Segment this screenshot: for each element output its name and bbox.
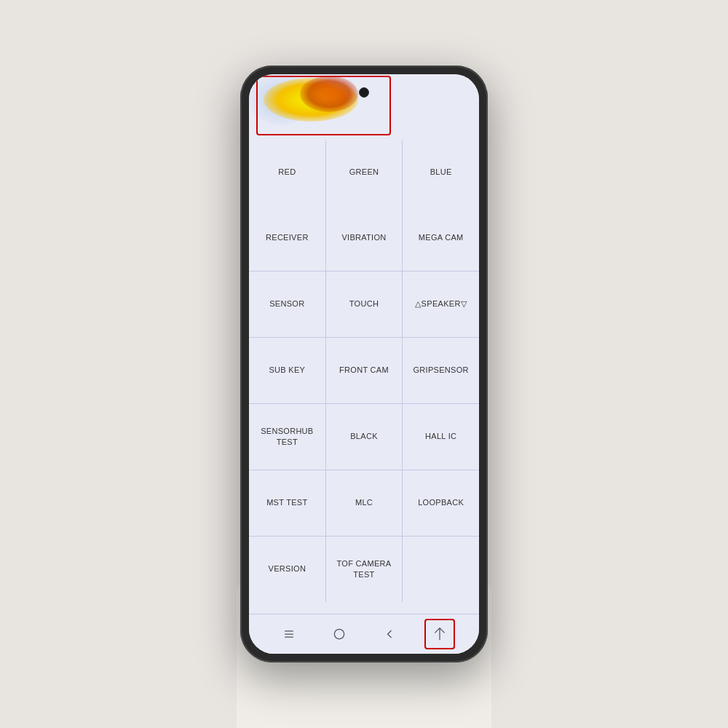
grid-cell-4[interactable]: TOUCH (326, 272, 403, 337)
scene: RED GREEN BLUE RECEIVERVIBRATIONMEGA CAM… (0, 0, 728, 728)
top-row: RED GREEN BLUE (249, 140, 479, 205)
grid-cell-label-16: TOF CAMERA TEST (330, 558, 399, 581)
cell-red-label: RED (278, 167, 296, 178)
grid-cell-label-4: TOUCH (349, 298, 379, 309)
nav-bar (249, 614, 479, 654)
grid-cell-label-5: △SPEAKER▽ (415, 298, 467, 309)
grid-cell-label-6: SUB KEY (269, 365, 305, 376)
grid-cell-17 (403, 537, 479, 602)
grid-cell-9[interactable]: SENSORHUB TEST (249, 404, 325, 470)
cell-blue-label: BLUE (430, 167, 452, 178)
grid-cell-6[interactable]: SUB KEY (249, 338, 325, 403)
grid-cell-label-10: BLACK (350, 431, 378, 442)
grid-cell-label-11: HALL IC (425, 431, 456, 442)
grid-cell-label-2: MEGA CAM (419, 232, 464, 243)
camera-hole (359, 87, 369, 98)
grid-cell-3[interactable]: SENSOR (249, 272, 325, 337)
grid-area: RECEIVERVIBRATIONMEGA CAMSENSORTOUCH△SPE… (249, 205, 479, 614)
grid-cell-2[interactable]: MEGA CAM (403, 205, 479, 271)
main-grid: RECEIVERVIBRATIONMEGA CAMSENSORTOUCH△SPE… (249, 205, 479, 602)
grid-cell-label-0: RECEIVER (266, 232, 309, 243)
grid-cell-label-15: VERSION (269, 563, 306, 574)
cell-blue[interactable]: BLUE (403, 140, 479, 205)
grid-cell-label-13: MLC (355, 497, 373, 508)
nav-recents-icon[interactable] (276, 621, 302, 647)
blob-orange (300, 76, 358, 112)
nav-home-icon[interactable] (326, 621, 352, 647)
cell-green[interactable]: GREEN (326, 140, 403, 205)
svg-point-3 (334, 629, 344, 638)
cell-green-label: GREEN (349, 167, 379, 178)
grid-cell-13[interactable]: MLC (326, 470, 403, 536)
grid-cell-7[interactable]: FRONT CAM (326, 338, 403, 403)
grid-cell-15[interactable]: VERSION (249, 537, 325, 602)
camera-area (249, 74, 479, 140)
phone-body: RED GREEN BLUE RECEIVERVIBRATIONMEGA CAM… (240, 66, 488, 662)
nav-extra-icon[interactable] (427, 621, 453, 647)
grid-cell-label-8: GRIPSENSOR (413, 365, 468, 376)
grid-cell-14[interactable]: LOOPBACK (403, 470, 479, 536)
grid-cell-1[interactable]: VIBRATION (326, 205, 403, 271)
grid-cell-12[interactable]: MST TEST (249, 470, 325, 536)
grid-cell-label-1: VIBRATION (341, 232, 386, 243)
grid-cell-label-7: FRONT CAM (339, 365, 389, 376)
grid-cell-label-9: SENSORHUB TEST (253, 426, 322, 448)
grid-cell-0[interactable]: RECEIVER (249, 205, 325, 271)
grid-cell-10[interactable]: BLACK (326, 404, 403, 470)
cell-red[interactable]: RED (249, 140, 325, 205)
grid-cell-label-3: SENSOR (269, 298, 304, 309)
grid-cell-16[interactable]: TOF CAMERA TEST (326, 537, 403, 602)
grid-cell-label-12: MST TEST (266, 497, 307, 508)
grid-cell-5[interactable]: △SPEAKER▽ (403, 272, 479, 337)
grid-cell-11[interactable]: HALL IC (403, 404, 479, 470)
grid-cell-8[interactable]: GRIPSENSOR (403, 338, 479, 403)
grid-cell-label-14: LOOPBACK (418, 497, 464, 508)
nav-back-icon[interactable] (376, 621, 403, 647)
screen: RED GREEN BLUE RECEIVERVIBRATIONMEGA CAM… (249, 74, 479, 654)
